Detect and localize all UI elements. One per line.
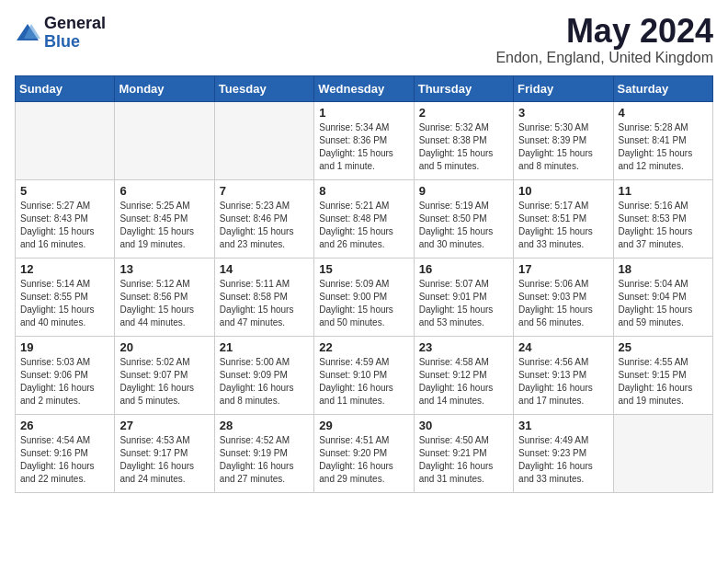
day-number: 20 (119, 340, 209, 354)
day-info: Sunrise: 5:34 AM Sunset: 8:36 PM Dayligh… (319, 121, 408, 173)
calendar-cell: 8Sunrise: 5:21 AM Sunset: 8:48 PM Daylig… (314, 180, 414, 259)
title-area: May 2024 Endon, England, United Kingdom (495, 15, 713, 66)
calendar-cell: 5Sunrise: 5:27 AM Sunset: 8:43 PM Daylig… (16, 180, 115, 259)
day-info: Sunrise: 5:25 AM Sunset: 8:45 PM Dayligh… (119, 200, 209, 251)
day-number: 12 (20, 262, 109, 276)
day-info: Sunrise: 5:00 AM Sunset: 9:09 PM Dayligh… (220, 356, 309, 408)
calendar-cell: 26Sunrise: 4:54 AM Sunset: 9:16 PM Dayli… (16, 415, 115, 493)
day-info: Sunrise: 4:50 AM Sunset: 9:21 PM Dayligh… (419, 434, 508, 486)
calendar-cell: 7Sunrise: 5:23 AM Sunset: 8:46 PM Daylig… (214, 180, 313, 259)
day-info: Sunrise: 5:17 AM Sunset: 8:51 PM Dayligh… (518, 200, 608, 251)
day-number: 14 (220, 262, 309, 276)
day-info: Sunrise: 5:14 AM Sunset: 8:55 PM Dayligh… (20, 278, 109, 329)
calendar-cell: 27Sunrise: 4:53 AM Sunset: 9:17 PM Dayli… (115, 415, 214, 493)
day-number: 29 (319, 419, 408, 432)
calendar-cell: 23Sunrise: 4:58 AM Sunset: 9:12 PM Dayli… (414, 337, 513, 415)
day-info: Sunrise: 5:11 AM Sunset: 8:58 PM Dayligh… (220, 278, 309, 329)
calendar-cell: 4Sunrise: 5:28 AM Sunset: 8:41 PM Daylig… (613, 102, 712, 180)
day-number: 1 (319, 106, 408, 120)
day-info: Sunrise: 4:59 AM Sunset: 9:10 PM Dayligh… (319, 356, 408, 408)
calendar-row: 1Sunrise: 5:34 AM Sunset: 8:36 PM Daylig… (16, 102, 713, 180)
calendar-cell: 14Sunrise: 5:11 AM Sunset: 8:58 PM Dayli… (214, 259, 313, 337)
day-info: Sunrise: 5:03 AM Sunset: 9:06 PM Dayligh… (20, 356, 109, 408)
day-number: 23 (419, 340, 508, 354)
day-number: 13 (119, 262, 209, 276)
day-number: 6 (119, 184, 209, 198)
weekday-header: Monday (115, 76, 214, 102)
month-title: May 2024 (495, 15, 713, 48)
calendar-cell: 20Sunrise: 5:02 AM Sunset: 9:07 PM Dayli… (115, 337, 214, 415)
day-info: Sunrise: 4:51 AM Sunset: 9:20 PM Dayligh… (319, 434, 408, 486)
day-info: Sunrise: 4:53 AM Sunset: 9:17 PM Dayligh… (119, 434, 209, 486)
logo-general: General (44, 15, 106, 33)
day-number: 5 (20, 184, 109, 198)
logo-text: General Blue (44, 15, 106, 52)
day-info: Sunrise: 4:49 AM Sunset: 9:23 PM Dayligh… (518, 434, 608, 486)
day-info: Sunrise: 5:06 AM Sunset: 9:03 PM Dayligh… (518, 278, 608, 329)
calendar-cell: 28Sunrise: 4:52 AM Sunset: 9:19 PM Dayli… (214, 415, 313, 493)
page-header: General Blue May 2024 Endon, England, Un… (15, 15, 713, 66)
calendar-cell: 3Sunrise: 5:30 AM Sunset: 8:39 PM Daylig… (514, 102, 613, 180)
day-info: Sunrise: 5:21 AM Sunset: 8:48 PM Dayligh… (319, 200, 408, 251)
day-number: 28 (220, 419, 309, 432)
day-info: Sunrise: 5:04 AM Sunset: 9:04 PM Dayligh… (619, 278, 708, 329)
calendar-cell: 15Sunrise: 5:09 AM Sunset: 9:00 PM Dayli… (314, 259, 414, 337)
day-number: 21 (220, 340, 309, 354)
calendar-cell: 2Sunrise: 5:32 AM Sunset: 8:38 PM Daylig… (414, 102, 513, 180)
weekday-header: Tuesday (214, 76, 313, 102)
day-number: 18 (619, 262, 708, 276)
calendar-row: 26Sunrise: 4:54 AM Sunset: 9:16 PM Dayli… (16, 415, 713, 493)
day-info: Sunrise: 4:56 AM Sunset: 9:13 PM Dayligh… (518, 356, 608, 408)
calendar-cell (16, 102, 115, 180)
day-number: 2 (419, 106, 508, 120)
weekday-header: Friday (514, 76, 613, 102)
calendar-cell: 29Sunrise: 4:51 AM Sunset: 9:20 PM Dayli… (314, 415, 414, 493)
logo-blue: Blue (44, 33, 106, 52)
day-number: 11 (619, 184, 708, 198)
calendar-cell: 22Sunrise: 4:59 AM Sunset: 9:10 PM Dayli… (314, 337, 414, 415)
day-number: 8 (319, 184, 408, 198)
day-info: Sunrise: 5:16 AM Sunset: 8:53 PM Dayligh… (619, 200, 708, 251)
day-info: Sunrise: 5:32 AM Sunset: 8:38 PM Dayligh… (419, 121, 508, 173)
calendar-cell (613, 415, 712, 493)
day-info: Sunrise: 5:07 AM Sunset: 9:01 PM Dayligh… (419, 278, 508, 329)
day-number: 7 (220, 184, 309, 198)
day-info: Sunrise: 5:19 AM Sunset: 8:50 PM Dayligh… (419, 200, 508, 251)
day-number: 22 (319, 340, 408, 354)
calendar-row: 19Sunrise: 5:03 AM Sunset: 9:06 PM Dayli… (16, 337, 713, 415)
day-number: 30 (419, 419, 508, 432)
day-info: Sunrise: 5:12 AM Sunset: 8:56 PM Dayligh… (119, 278, 209, 329)
day-number: 9 (419, 184, 508, 198)
day-info: Sunrise: 5:30 AM Sunset: 8:39 PM Dayligh… (518, 121, 608, 173)
day-info: Sunrise: 4:52 AM Sunset: 9:19 PM Dayligh… (220, 434, 309, 486)
calendar-cell: 17Sunrise: 5:06 AM Sunset: 9:03 PM Dayli… (514, 259, 613, 337)
day-number: 27 (119, 419, 209, 432)
calendar-cell (214, 102, 313, 180)
calendar-row: 12Sunrise: 5:14 AM Sunset: 8:55 PM Dayli… (16, 259, 713, 337)
calendar-cell: 1Sunrise: 5:34 AM Sunset: 8:36 PM Daylig… (314, 102, 414, 180)
day-info: Sunrise: 4:58 AM Sunset: 9:12 PM Dayligh… (419, 356, 508, 408)
day-info: Sunrise: 4:55 AM Sunset: 9:15 PM Dayligh… (619, 356, 708, 408)
calendar-cell: 6Sunrise: 5:25 AM Sunset: 8:45 PM Daylig… (115, 180, 214, 259)
day-number: 4 (619, 106, 708, 120)
calendar-cell: 19Sunrise: 5:03 AM Sunset: 9:06 PM Dayli… (16, 337, 115, 415)
calendar-cell: 11Sunrise: 5:16 AM Sunset: 8:53 PM Dayli… (613, 180, 712, 259)
weekday-header: Saturday (613, 76, 712, 102)
calendar-cell: 16Sunrise: 5:07 AM Sunset: 9:01 PM Dayli… (414, 259, 513, 337)
location: Endon, England, United Kingdom (495, 50, 713, 66)
calendar-cell: 31Sunrise: 4:49 AM Sunset: 9:23 PM Dayli… (514, 415, 613, 493)
calendar-cell: 9Sunrise: 5:19 AM Sunset: 8:50 PM Daylig… (414, 180, 513, 259)
day-number: 17 (518, 262, 608, 276)
logo-icon (15, 20, 40, 46)
day-number: 19 (20, 340, 109, 354)
calendar-cell: 30Sunrise: 4:50 AM Sunset: 9:21 PM Dayli… (414, 415, 513, 493)
day-info: Sunrise: 5:09 AM Sunset: 9:00 PM Dayligh… (319, 278, 408, 329)
weekday-header: Sunday (16, 76, 115, 102)
day-number: 26 (20, 419, 109, 432)
day-number: 25 (619, 340, 708, 354)
calendar-table: SundayMondayTuesdayWednesdayThursdayFrid… (15, 75, 713, 493)
day-info: Sunrise: 4:54 AM Sunset: 9:16 PM Dayligh… (20, 434, 109, 486)
day-info: Sunrise: 5:23 AM Sunset: 8:46 PM Dayligh… (220, 200, 309, 251)
day-number: 24 (518, 340, 608, 354)
calendar-cell: 21Sunrise: 5:00 AM Sunset: 9:09 PM Dayli… (214, 337, 313, 415)
